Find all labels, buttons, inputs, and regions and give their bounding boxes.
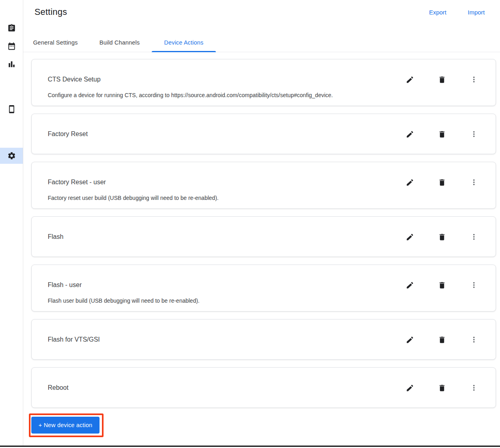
bar-chart-icon — [7, 60, 16, 69]
delete-trash-icon[interactable] — [437, 383, 447, 393]
smartphone-icon — [7, 105, 16, 114]
delete-trash-icon[interactable] — [437, 75, 447, 84]
device-action-title: Flash - user — [48, 281, 81, 289]
device-action-description: Flash user build (USB debugging will nee… — [48, 297, 480, 305]
device-action-card: Factory Reset - user Factory reset user … — [31, 162, 496, 209]
device-action-title-row: Reboot — [48, 383, 480, 393]
more-vert-icon[interactable] — [469, 129, 479, 139]
sidebar-item-gear[interactable] — [0, 148, 23, 164]
device-action-title-row: Factory Reset - user — [48, 177, 480, 187]
device-action-buttons — [405, 280, 479, 290]
device-action-title: Flash — [48, 232, 63, 241]
device-action-title-row: Flash for VTS/GSI — [48, 335, 480, 344]
sidebar-item-clipboard[interactable] — [0, 20, 23, 36]
tab-general-settings[interactable]: General Settings — [23, 33, 87, 52]
device-action-card: CTS Device Setup Configure a device for … — [31, 59, 496, 106]
tab-bar: General Settings Build Channels Device A… — [23, 33, 500, 52]
clipboard-icon — [7, 24, 16, 33]
edit-pencil-icon[interactable] — [405, 280, 415, 290]
device-action-description: Factory reset user build (USB debugging … — [48, 194, 480, 202]
import-link[interactable]: Import — [467, 9, 485, 16]
device-action-title: Factory Reset — [48, 130, 88, 138]
device-action-description: Configure a device for running CTS, acco… — [48, 91, 480, 99]
device-action-title-row: Factory Reset — [48, 129, 480, 139]
device-action-card: Reboot — [31, 367, 496, 408]
device-action-title-row: Flash - user — [48, 280, 480, 290]
sidebar-item-bar-chart[interactable] — [0, 56, 23, 72]
device-action-card: Factory Reset — [31, 114, 496, 154]
device-action-list: CTS Device Setup Configure a device for … — [23, 52, 500, 437]
new-device-action-button[interactable]: + New device action — [31, 417, 100, 434]
more-vert-icon[interactable] — [469, 280, 479, 290]
sidebar-item-smartphone[interactable] — [0, 101, 23, 117]
tab-build-channels[interactable]: Build Channels — [87, 33, 152, 52]
device-action-card: Flash for VTS/GSI — [31, 319, 496, 360]
more-vert-icon[interactable] — [469, 177, 479, 187]
more-vert-icon[interactable] — [469, 335, 479, 344]
device-action-title: Reboot — [48, 383, 69, 392]
device-action-buttons — [405, 177, 479, 187]
page-header: Settings Export Import — [23, 0, 500, 17]
window-bottom-edge — [0, 446, 500, 447]
page-title: Settings — [35, 7, 67, 17]
tab-device-actions[interactable]: Device Actions — [152, 33, 216, 52]
edit-pencil-icon[interactable] — [405, 232, 415, 242]
edit-pencil-icon[interactable] — [405, 129, 415, 139]
annotation-highlight-box: + New device action — [29, 413, 104, 437]
device-action-title-row: Flash — [48, 232, 480, 242]
device-action-buttons — [405, 232, 479, 242]
device-action-title: Factory Reset - user — [48, 178, 106, 187]
delete-trash-icon[interactable] — [437, 280, 447, 290]
header-links: Export Import — [429, 9, 485, 16]
device-action-buttons — [405, 129, 479, 139]
delete-trash-icon[interactable] — [437, 177, 447, 187]
device-action-card: Flash — [31, 216, 496, 257]
delete-trash-icon[interactable] — [437, 335, 447, 344]
device-action-buttons — [405, 75, 479, 84]
more-vert-icon[interactable] — [469, 232, 479, 242]
export-link[interactable]: Export — [429, 9, 446, 16]
more-vert-icon[interactable] — [469, 75, 479, 84]
device-action-title-row: CTS Device Setup — [48, 75, 480, 84]
gear-icon — [7, 151, 16, 160]
main-content: Settings Export Import General Settings … — [23, 0, 500, 448]
calendar-icon — [7, 42, 16, 51]
edit-pencil-icon[interactable] — [405, 335, 415, 344]
device-action-buttons — [405, 335, 479, 344]
device-action-title: CTS Device Setup — [48, 75, 101, 84]
more-vert-icon[interactable] — [469, 383, 479, 393]
device-action-card: Flash - user Flash user build (USB debug… — [31, 265, 496, 312]
edit-pencil-icon[interactable] — [405, 383, 415, 393]
edit-pencil-icon[interactable] — [405, 75, 415, 84]
device-action-buttons — [405, 383, 479, 393]
delete-trash-icon[interactable] — [437, 232, 447, 242]
edit-pencil-icon[interactable] — [405, 177, 415, 187]
sidebar-item-calendar[interactable] — [0, 38, 23, 54]
device-action-title: Flash for VTS/GSI — [48, 335, 100, 344]
sidebar — [0, 0, 23, 446]
delete-trash-icon[interactable] — [437, 129, 447, 139]
